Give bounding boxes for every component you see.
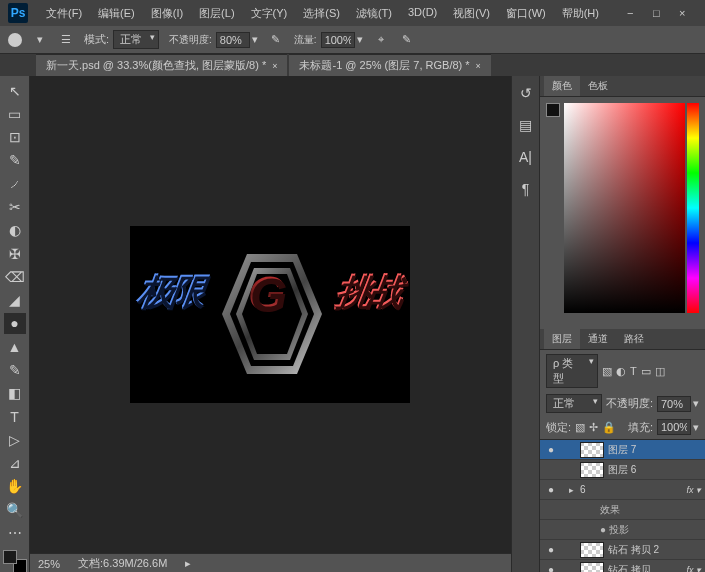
layer-name[interactable]: 图层 6 bbox=[608, 463, 701, 477]
filter-adjust-icon[interactable]: ◐ bbox=[616, 365, 626, 378]
tool-5[interactable]: ✂ bbox=[4, 196, 26, 217]
layer-fill-input[interactable] bbox=[657, 419, 691, 435]
menu-item-1[interactable]: 编辑(E) bbox=[90, 2, 143, 25]
layer-row[interactable]: ● 投影 bbox=[540, 520, 705, 540]
menu-item-9[interactable]: 窗口(W) bbox=[498, 2, 554, 25]
opacity-flyout-icon[interactable]: ▾ bbox=[252, 33, 258, 46]
filter-type-icon[interactable]: T bbox=[630, 365, 637, 377]
document-tab-1[interactable]: 未标题-1 @ 25% (图层 7, RGB/8) *× bbox=[289, 54, 490, 76]
layer-name[interactable]: ● 投影 bbox=[594, 523, 701, 537]
layer-row[interactable]: 图层 6 bbox=[540, 460, 705, 480]
layers-tab-0[interactable]: 图层 bbox=[544, 329, 580, 349]
layer-fill-flyout-icon[interactable]: ▾ bbox=[693, 421, 699, 434]
layer-row[interactable]: ●钻石 拷贝fx ▾ bbox=[540, 560, 705, 572]
layer-row[interactable]: ●▸6fx ▾ bbox=[540, 480, 705, 500]
lock-pixels-icon[interactable]: 🔒 bbox=[602, 421, 616, 434]
color-tab-1[interactable]: 色板 bbox=[580, 76, 616, 96]
pressure-opacity-icon[interactable]: ✎ bbox=[268, 32, 284, 48]
brush-preset-picker[interactable]: ▾ bbox=[32, 32, 48, 48]
layer-row[interactable]: 效果 bbox=[540, 500, 705, 520]
character-panel-icon[interactable]: A| bbox=[517, 148, 535, 166]
menu-item-2[interactable]: 图像(I) bbox=[143, 2, 191, 25]
layers-tab-1[interactable]: 通道 bbox=[580, 329, 616, 349]
layer-thumbnail[interactable] bbox=[580, 462, 604, 478]
blend-mode-dropdown[interactable]: 正常 bbox=[113, 30, 159, 49]
layer-name[interactable]: 钻石 拷贝 bbox=[608, 563, 682, 573]
layer-filter-dropdown[interactable]: ρ 类型 bbox=[546, 354, 598, 388]
brush-panel-icon[interactable]: ☰ bbox=[58, 32, 74, 48]
tool-13[interactable]: ◧ bbox=[4, 383, 26, 404]
color-tab-0[interactable]: 颜色 bbox=[544, 76, 580, 96]
fx-badge[interactable]: fx ▾ bbox=[686, 565, 701, 573]
tool-18[interactable]: 🔍 bbox=[4, 499, 26, 520]
canvas-area[interactable]: 极限 G 挑战 25% 文档:6.39M/26.6M ▸ bbox=[30, 76, 511, 572]
layer-thumbnail[interactable] bbox=[580, 442, 604, 458]
tool-7[interactable]: ✠ bbox=[4, 243, 26, 264]
tool-6[interactable]: ◐ bbox=[4, 220, 26, 241]
pressure-size-icon[interactable]: ✎ bbox=[399, 32, 415, 48]
zoom-level[interactable]: 25% bbox=[38, 558, 60, 570]
layer-opacity-input[interactable] bbox=[657, 396, 691, 412]
menu-item-5[interactable]: 选择(S) bbox=[295, 2, 348, 25]
menu-item-3[interactable]: 图层(L) bbox=[191, 2, 242, 25]
layer-name[interactable]: 6 bbox=[580, 484, 682, 495]
lock-all-icon[interactable]: ▧ bbox=[575, 421, 585, 434]
tool-19[interactable]: ⋯ bbox=[4, 522, 26, 543]
filter-shape-icon[interactable]: ▭ bbox=[641, 365, 651, 378]
visibility-toggle[interactable]: ● bbox=[544, 544, 558, 555]
layer-thumbnail[interactable] bbox=[580, 562, 604, 573]
hue-slider[interactable] bbox=[687, 103, 699, 313]
tab-close-icon[interactable]: × bbox=[476, 61, 481, 71]
tool-9[interactable]: ◢ bbox=[4, 290, 26, 311]
tool-15[interactable]: ▷ bbox=[4, 429, 26, 450]
filter-pixel-icon[interactable]: ▧ bbox=[602, 365, 612, 378]
filter-smart-icon[interactable]: ◫ bbox=[655, 365, 665, 378]
properties-panel-icon[interactable]: ▤ bbox=[517, 116, 535, 134]
maximize-button[interactable]: □ bbox=[653, 7, 665, 19]
tool-8[interactable]: ⌫ bbox=[4, 266, 26, 287]
paragraph-panel-icon[interactable]: ¶ bbox=[517, 180, 535, 198]
visibility-toggle[interactable]: ● bbox=[544, 564, 558, 572]
airbrush-icon[interactable]: ⌖ bbox=[373, 32, 389, 48]
layers-tab-2[interactable]: 路径 bbox=[616, 329, 652, 349]
color-field[interactable] bbox=[564, 103, 685, 313]
layer-opacity-flyout-icon[interactable]: ▾ bbox=[693, 397, 699, 410]
foreground-swatch[interactable] bbox=[546, 103, 560, 117]
doc-size[interactable]: 文档:6.39M/26.6M bbox=[78, 556, 167, 571]
disclosure-icon[interactable]: ▸ bbox=[566, 485, 576, 495]
menu-item-6[interactable]: 滤镜(T) bbox=[348, 2, 400, 25]
tool-1[interactable]: ▭ bbox=[4, 103, 26, 124]
tab-close-icon[interactable]: × bbox=[272, 61, 277, 71]
layer-name[interactable]: 图层 7 bbox=[608, 443, 701, 457]
menu-item-10[interactable]: 帮助(H) bbox=[554, 2, 607, 25]
layer-name[interactable]: 钻石 拷贝 2 bbox=[608, 543, 701, 557]
document-tab-0[interactable]: 新一天.psd @ 33.3%(颜色查找, 图层蒙版/8) *× bbox=[36, 54, 287, 76]
menu-item-4[interactable]: 文字(Y) bbox=[243, 2, 296, 25]
tool-4[interactable]: ⟋ bbox=[4, 173, 26, 194]
visibility-toggle[interactable]: ● bbox=[544, 444, 558, 455]
layer-row[interactable]: ●图层 7 bbox=[540, 440, 705, 460]
tool-17[interactable]: ✋ bbox=[4, 476, 26, 497]
tool-10[interactable]: ● bbox=[4, 313, 26, 334]
canvas[interactable]: 极限 G 挑战 bbox=[130, 226, 410, 403]
fx-badge[interactable]: fx ▾ bbox=[686, 485, 701, 495]
menu-item-0[interactable]: 文件(F) bbox=[38, 2, 90, 25]
flow-input[interactable] bbox=[321, 32, 355, 48]
layer-row[interactable]: ●钻石 拷贝 2 bbox=[540, 540, 705, 560]
layers-list[interactable]: ●图层 7图层 6●▸6fx ▾效果● 投影●钻石 拷贝 2●钻石 拷贝fx ▾… bbox=[540, 440, 705, 572]
opacity-input[interactable] bbox=[216, 32, 250, 48]
history-panel-icon[interactable]: ↺ bbox=[517, 84, 535, 102]
layer-name[interactable]: 效果 bbox=[594, 503, 701, 517]
tool-12[interactable]: ✎ bbox=[4, 359, 26, 380]
visibility-toggle[interactable]: ● bbox=[544, 484, 558, 495]
layer-thumbnail[interactable] bbox=[580, 542, 604, 558]
tool-0[interactable]: ↖ bbox=[4, 80, 26, 101]
tool-16[interactable]: ⊿ bbox=[4, 453, 26, 474]
tool-2[interactable]: ⊡ bbox=[4, 127, 26, 148]
close-button[interactable]: × bbox=[679, 7, 691, 19]
tool-14[interactable]: T bbox=[4, 406, 26, 427]
foreground-color[interactable] bbox=[3, 550, 17, 564]
brush-preview-icon[interactable] bbox=[8, 33, 22, 47]
status-flyout-icon[interactable]: ▸ bbox=[185, 557, 191, 570]
menu-item-7[interactable]: 3D(D) bbox=[400, 2, 445, 25]
